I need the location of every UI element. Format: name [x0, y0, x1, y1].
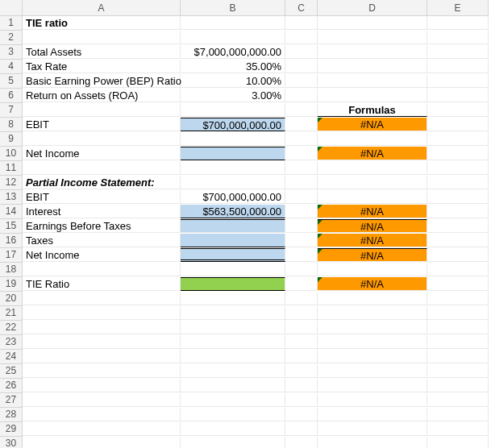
cell-D5[interactable] — [318, 74, 427, 88]
cell-A6[interactable]: Return on Assets (ROA) — [23, 89, 181, 102]
cell-A28[interactable] — [23, 408, 181, 421]
cell-D23[interactable] — [318, 335, 427, 349]
cell-B5[interactable]: 10.00% — [181, 74, 285, 88]
cell-D7[interactable]: Formulas — [318, 103, 427, 117]
row-header-26[interactable]: 26 — [0, 379, 23, 393]
cell-D19[interactable]: #N/A — [318, 277, 427, 291]
cell-A29[interactable] — [23, 422, 181, 436]
cell-B21[interactable] — [181, 306, 285, 320]
cell-B25[interactable] — [181, 364, 285, 378]
cell-D14[interactable]: #N/A — [318, 205, 427, 218]
cell-C6[interactable] — [285, 89, 318, 102]
row-header-12[interactable]: 12 — [0, 176, 23, 190]
col-header-B[interactable]: B — [181, 0, 285, 16]
cell-A1[interactable]: TIE ratio — [23, 16, 181, 30]
cell-A5[interactable]: Basic Earning Power (BEP) Ratio — [23, 74, 181, 88]
row-header-1[interactable]: 1 — [0, 16, 23, 31]
cell-D17[interactable]: #N/A — [318, 248, 427, 262]
cell-E25[interactable] — [427, 364, 489, 378]
cell-C10[interactable] — [285, 147, 318, 160]
cell-E1[interactable] — [427, 16, 489, 30]
cell-D12[interactable] — [318, 176, 427, 189]
cell-E28[interactable] — [427, 408, 489, 421]
cell-C27[interactable] — [285, 393, 318, 407]
row-header-20[interactable]: 20 — [0, 292, 23, 306]
cell-A17[interactable]: Net Income — [23, 248, 181, 262]
row-header-9[interactable]: 9 — [0, 132, 23, 147]
cell-C1[interactable] — [285, 16, 318, 30]
row-header-4[interactable]: 4 — [0, 60, 23, 74]
cell-C16[interactable] — [285, 234, 318, 247]
cell-B23[interactable] — [181, 335, 285, 349]
cell-D25[interactable] — [318, 364, 427, 378]
cell-E29[interactable] — [427, 422, 489, 436]
cell-D15[interactable]: #N/A — [318, 219, 427, 233]
row-header-14[interactable]: 14 — [0, 205, 23, 219]
cell-A13[interactable]: EBIT — [23, 190, 181, 204]
row-header-24[interactable]: 24 — [0, 350, 23, 364]
cell-E24[interactable] — [427, 350, 489, 363]
cell-E27[interactable] — [427, 393, 489, 407]
cell-D29[interactable] — [318, 422, 427, 436]
cell-E23[interactable] — [427, 335, 489, 349]
cell-B3[interactable]: $7,000,000,000.00 — [181, 45, 285, 59]
cell-A15[interactable]: Earnings Before Taxes — [23, 219, 181, 233]
cell-B28[interactable] — [181, 408, 285, 421]
cell-D27[interactable] — [318, 393, 427, 407]
cell-D2[interactable] — [318, 31, 427, 44]
col-header-C[interactable]: C — [285, 0, 318, 16]
cell-E2[interactable] — [427, 31, 489, 44]
cell-E30[interactable] — [427, 437, 489, 448]
cell-D6[interactable] — [318, 89, 427, 102]
cell-C13[interactable] — [285, 190, 318, 204]
row-header-22[interactable]: 22 — [0, 321, 23, 335]
cell-D21[interactable] — [318, 306, 427, 320]
cell-A14[interactable]: Interest — [23, 205, 181, 218]
cell-B10[interactable] — [181, 147, 285, 160]
cell-D28[interactable] — [318, 408, 427, 421]
cell-B9[interactable] — [181, 132, 285, 146]
cell-C29[interactable] — [285, 422, 318, 436]
cell-B7[interactable] — [181, 103, 285, 117]
cell-A21[interactable] — [23, 306, 181, 320]
cell-D11[interactable] — [318, 161, 427, 175]
cell-E16[interactable] — [427, 234, 489, 247]
cell-E13[interactable] — [427, 190, 489, 204]
cell-B8[interactable]: $700,000,000.00 — [181, 118, 285, 131]
cell-A20[interactable] — [23, 292, 181, 305]
cell-C20[interactable] — [285, 292, 318, 305]
row-header-7[interactable]: 7 — [0, 103, 23, 118]
cell-E10[interactable] — [427, 147, 489, 160]
cell-D22[interactable] — [318, 321, 427, 334]
cell-A22[interactable] — [23, 321, 181, 334]
cell-A8[interactable]: EBIT — [23, 118, 181, 131]
cell-B18[interactable] — [181, 263, 285, 276]
cell-E18[interactable] — [427, 263, 489, 276]
row-header-10[interactable]: 10 — [0, 147, 23, 161]
row-header-29[interactable]: 29 — [0, 422, 23, 437]
row-header-15[interactable]: 15 — [0, 219, 23, 234]
col-header-D[interactable]: D — [318, 0, 427, 16]
cell-C5[interactable] — [285, 74, 318, 88]
cell-A11[interactable] — [23, 161, 181, 175]
cell-D26[interactable] — [318, 379, 427, 392]
cell-C3[interactable] — [285, 45, 318, 59]
cell-B26[interactable] — [181, 379, 285, 392]
cell-C23[interactable] — [285, 335, 318, 349]
cell-B14[interactable]: $563,500,000.00 — [181, 205, 285, 218]
cell-C28[interactable] — [285, 408, 318, 421]
row-header-18[interactable]: 18 — [0, 263, 23, 277]
cell-E15[interactable] — [427, 219, 489, 233]
cell-D8[interactable]: #N/A — [318, 118, 427, 131]
cell-C14[interactable] — [285, 205, 318, 218]
cell-A7[interactable] — [23, 103, 181, 117]
row-header-6[interactable]: 6 — [0, 89, 23, 103]
cell-E19[interactable] — [427, 277, 489, 291]
row-header-8[interactable]: 8 — [0, 118, 23, 132]
cell-A30[interactable] — [23, 437, 181, 448]
cell-C22[interactable] — [285, 321, 318, 334]
col-header-E[interactable]: E — [427, 0, 489, 16]
cell-B13[interactable]: $700,000,000.00 — [181, 190, 285, 204]
cell-E6[interactable] — [427, 89, 489, 102]
row-header-25[interactable]: 25 — [0, 364, 23, 379]
